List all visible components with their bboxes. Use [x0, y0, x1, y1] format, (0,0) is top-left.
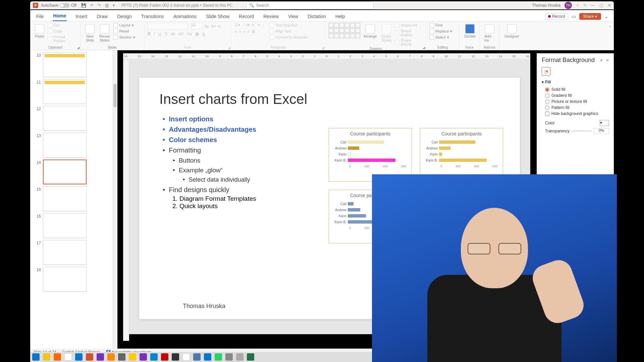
- tab-file[interactable]: File: [36, 12, 45, 21]
- clear-format-icon[interactable]: Aₓ: [218, 24, 222, 28]
- font-color-button[interactable]: A: [202, 32, 205, 36]
- user-avatar[interactable]: TH: [565, 2, 572, 9]
- format-painter-button[interactable]: Format Painter: [48, 35, 77, 43]
- thumbnail-slide-14[interactable]: 14: [34, 160, 114, 184]
- thumbnail-slide-15[interactable]: 15: [34, 186, 114, 211]
- designer-button[interactable]: Designer: [503, 23, 521, 40]
- paste-button[interactable]: Paste: [34, 23, 46, 40]
- font-family-input[interactable]: [148, 23, 188, 29]
- firefox-icon[interactable]: [54, 353, 61, 361]
- find-button[interactable]: Find: [429, 23, 452, 27]
- case-button[interactable]: Aa: [187, 32, 192, 36]
- record-button[interactable]: Record: [545, 13, 568, 20]
- bullets-icon[interactable]: ☰▾: [235, 23, 240, 27]
- color-picker[interactable]: ▾: [600, 120, 609, 126]
- app-icon-5[interactable]: [172, 353, 179, 361]
- font-launcher-icon[interactable]: ◢: [228, 46, 230, 49]
- present-icon[interactable]: ▭: [572, 14, 576, 19]
- pane-close-icon[interactable]: ✕: [606, 58, 609, 63]
- app-icon-1[interactable]: [97, 353, 104, 361]
- explorer-icon[interactable]: [43, 353, 50, 361]
- scrollbar-thumb[interactable]: [113, 84, 117, 107]
- align-text-button[interactable]: Align Text: [269, 29, 308, 34]
- search-box[interactable]: 🔍 Search: [246, 1, 374, 9]
- thumbnail-slide-17[interactable]: 17: [34, 240, 114, 265]
- app-icon-4[interactable]: [161, 353, 168, 361]
- minimize-icon[interactable]: —: [591, 3, 595, 8]
- powerpoint-taskbar-icon[interactable]: [86, 353, 93, 361]
- app-icon-3[interactable]: [129, 353, 136, 361]
- text-direction-button[interactable]: Text Direction: [269, 23, 308, 27]
- layout-button[interactable]: Layout ▾: [113, 23, 135, 27]
- chevron-down-icon[interactable]: ▾: [542, 80, 544, 84]
- gradient-fill-radio[interactable]: Gradient fill: [542, 93, 609, 99]
- clipboard-launcher-icon[interactable]: ◢: [77, 46, 79, 49]
- app-icon-2[interactable]: [118, 353, 125, 361]
- underline-button[interactable]: U: [158, 32, 161, 36]
- undo-icon[interactable]: ↶: [90, 3, 94, 8]
- app-icon-9[interactable]: [225, 353, 233, 361]
- align-center-icon[interactable]: ≡: [239, 29, 241, 34]
- picture-fill-radio[interactable]: Picture or texture fill: [542, 99, 609, 105]
- tab-help[interactable]: Help: [335, 12, 346, 21]
- dedent-icon[interactable]: ⇤: [252, 23, 255, 27]
- indent-icon[interactable]: ⇥: [257, 23, 260, 27]
- transparency-value[interactable]: 0%: [594, 128, 609, 134]
- arrange-button[interactable]: Arrange: [362, 23, 378, 40]
- tab-slideshow[interactable]: Slide Show: [205, 12, 230, 21]
- para-launcher-icon[interactable]: ◢: [322, 46, 324, 49]
- numbering-icon[interactable]: ⋮≡▾: [242, 23, 250, 27]
- thumbnail-slide-11[interactable]: 11: [34, 79, 114, 104]
- tab-draw[interactable]: Draw: [96, 12, 108, 21]
- strike-button[interactable]: S: [165, 32, 167, 36]
- shapes-gallery[interactable]: [329, 23, 360, 38]
- align-right-icon[interactable]: ≡: [243, 29, 245, 34]
- shape-effects-button[interactable]: Shape Effects: [395, 38, 422, 46]
- collapse-ribbon-button[interactable]: ⌄: [606, 21, 614, 50]
- tab-animations[interactable]: Animations: [173, 12, 197, 21]
- pattern-fill-radio[interactable]: Pattern fill: [542, 105, 609, 111]
- tab-insert[interactable]: Insert: [75, 12, 88, 21]
- excel-icon[interactable]: [247, 353, 254, 361]
- maximize-icon[interactable]: ▢: [599, 3, 603, 8]
- bold-button[interactable]: B: [148, 32, 151, 36]
- highlight-button[interactable]: ▦: [195, 32, 199, 36]
- justify-icon[interactable]: ≡: [247, 29, 249, 34]
- start-icon[interactable]: ▧: [105, 3, 109, 8]
- app-icon-10[interactable]: [236, 353, 244, 361]
- save-icon[interactable]: 💾: [81, 3, 86, 8]
- chart-1[interactable]: Course participantsCarlAndrewKarinKarin …: [329, 128, 412, 182]
- solid-fill-radio[interactable]: Solid fill: [542, 86, 609, 93]
- tab-home[interactable]: Home: [53, 11, 67, 21]
- cut-button[interactable]: Cut: [48, 23, 77, 27]
- tab-review[interactable]: Review: [263, 12, 279, 21]
- reuse-slides-button[interactable]: Reuse Slides: [98, 23, 111, 44]
- replace-button[interactable]: Replace ▾: [429, 29, 452, 34]
- onenote-icon[interactable]: [140, 353, 147, 361]
- app-icon-7[interactable]: [193, 353, 201, 361]
- quick-styles-button[interactable]: Quick Styles: [380, 23, 393, 44]
- grow-font-icon[interactable]: A▴: [205, 24, 209, 28]
- linespace-icon[interactable]: ↕: [262, 23, 264, 27]
- thumbnail-slide-16[interactable]: 16: [34, 213, 114, 238]
- chart-2[interactable]: Course participantsCarlAndrewKarinKarin …: [420, 128, 503, 182]
- tab-dictation[interactable]: Dictation: [307, 12, 326, 21]
- thumbnail-slide-13[interactable]: 13: [34, 133, 114, 158]
- chrome-icon[interactable]: [64, 353, 72, 361]
- thumbnail-slide-18[interactable]: 18: [34, 267, 114, 292]
- shadow-button[interactable]: ab: [171, 32, 175, 36]
- tab-view[interactable]: View: [287, 12, 299, 21]
- italic-button[interactable]: I: [154, 32, 155, 36]
- draw-icon[interactable]: ✎: [583, 3, 587, 8]
- app-icon-6[interactable]: [182, 353, 190, 361]
- whatsapp-icon[interactable]: [215, 353, 222, 361]
- pane-dropdown-icon[interactable]: ▾: [600, 58, 602, 63]
- smartart-button[interactable]: Convert to SmartArt: [269, 35, 308, 40]
- copy-button[interactable]: Copy: [48, 29, 77, 34]
- autosave-toggle[interactable]: [60, 3, 70, 8]
- drawing-launcher-icon[interactable]: ◢: [423, 46, 425, 49]
- edge-icon[interactable]: [75, 353, 83, 361]
- more-icon[interactable]: ▾: [113, 3, 115, 8]
- spacing-button[interactable]: AV: [178, 32, 183, 36]
- select-button[interactable]: Select ▾: [429, 35, 452, 40]
